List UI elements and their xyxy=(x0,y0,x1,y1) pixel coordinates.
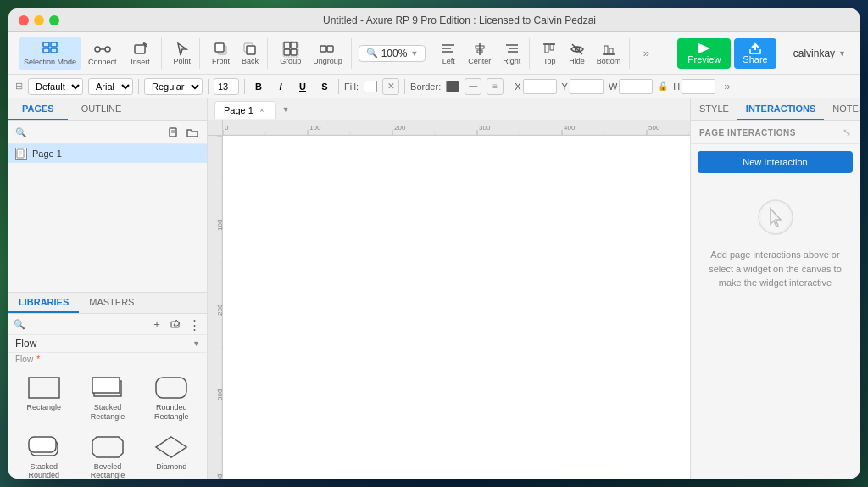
widget-stacked-rectangle[interactable]: Stacked Rectangle xyxy=(77,371,137,427)
library-dropdown[interactable]: Flow ▼ xyxy=(8,335,207,353)
svg-rect-2 xyxy=(43,48,49,53)
toolbar-divider-3 xyxy=(244,79,245,94)
interactions-tab[interactable]: INTERACTIONS xyxy=(737,98,825,120)
app-window: Untitled - Axure RP 9 Pro Edition : Lice… xyxy=(8,8,860,479)
library-name: Flow xyxy=(15,338,36,350)
diamond-shape xyxy=(154,435,188,459)
align-bottom-button[interactable]: Bottom xyxy=(592,38,626,69)
canvas-wrapper[interactable]: 0 100 200 300 400 500 600 xyxy=(208,120,690,479)
x-label: X xyxy=(515,81,520,92)
center-label: Center xyxy=(468,57,491,65)
font-family-select[interactable]: Arial xyxy=(88,78,133,95)
pages-search-input[interactable] xyxy=(31,127,163,137)
more-format-icon[interactable]: » xyxy=(724,80,730,92)
right-label: Right xyxy=(503,57,520,65)
widget-grid: Rectangle Stacked Rectangle xyxy=(8,366,207,479)
x-input[interactable] xyxy=(523,79,557,94)
connect-button[interactable]: Connect xyxy=(83,37,122,70)
align-center-button[interactable]: Center xyxy=(463,38,496,69)
canvas-content[interactable] xyxy=(223,136,690,479)
hide-button[interactable]: Hide xyxy=(564,38,590,69)
widget-diamond[interactable]: Diamond xyxy=(142,430,202,479)
libraries-tab[interactable]: LIBRARIES xyxy=(8,293,79,313)
insert-button[interactable]: Insert xyxy=(124,37,158,70)
page1-tab[interactable]: Page 1 × xyxy=(214,101,276,119)
svg-marker-56 xyxy=(156,437,186,457)
back-button[interactable]: Back xyxy=(236,38,264,69)
page-tab-bar: Page 1 × ▼ xyxy=(208,98,690,120)
pages-tab[interactable]: PAGES xyxy=(8,98,68,120)
strikethrough-button[interactable]: S xyxy=(316,78,333,95)
svg-text:500: 500 xyxy=(648,124,660,132)
edit-library-button[interactable] xyxy=(168,316,183,332)
lock-aspect-icon[interactable]: 🔒 xyxy=(658,81,668,91)
horizontal-ruler: 0 100 200 300 400 500 600 xyxy=(223,120,690,136)
style-select[interactable]: Default xyxy=(28,78,83,95)
style-format-icon: ⊞ xyxy=(15,81,23,92)
front-button[interactable]: Front xyxy=(207,38,235,69)
y-input[interactable] xyxy=(570,79,604,94)
font-weight-select[interactable]: Regular xyxy=(144,78,203,95)
maximize-button[interactable] xyxy=(49,15,59,25)
align-right-button[interactable]: Right xyxy=(498,38,526,69)
w-label: W xyxy=(609,81,617,92)
user-name: calvinkay xyxy=(793,48,835,59)
toolbar-group-group: Group Ungroup xyxy=(271,38,352,69)
border-style-button[interactable]: — xyxy=(465,78,481,95)
toolbar-divider-1 xyxy=(138,79,139,94)
add-library-button[interactable]: + xyxy=(149,316,164,332)
selection-mode-button[interactable]: Selection Mode xyxy=(19,37,81,70)
ruler-corner xyxy=(208,120,223,136)
fill-none-button[interactable]: ✕ xyxy=(382,78,399,95)
w-input[interactable] xyxy=(619,79,653,94)
fill-color-swatch[interactable] xyxy=(364,81,377,92)
widget-rectangle[interactable]: Rectangle xyxy=(14,371,74,427)
user-menu[interactable]: calvinkay ▼ xyxy=(787,44,853,63)
h-input[interactable] xyxy=(682,79,715,94)
share-button[interactable]: Share xyxy=(734,38,776,69)
align-top-button[interactable]: Top xyxy=(537,38,562,69)
page-tab-dropdown-icon[interactable]: ▼ xyxy=(280,104,292,115)
page1-tab-close-icon[interactable]: × xyxy=(257,105,267,115)
widget-beveled-rectangle[interactable]: Beveled Rectangle xyxy=(77,430,137,479)
add-folder-button[interactable] xyxy=(185,125,200,140)
close-button[interactable] xyxy=(19,15,29,25)
more-tools-button[interactable]: » xyxy=(633,47,659,59)
expand-panel-icon[interactable]: ⤡ xyxy=(843,126,851,138)
new-interaction-button[interactable]: New Interaction xyxy=(698,151,853,173)
bold-button[interactable]: B xyxy=(250,78,267,95)
style-tab[interactable]: STYLE xyxy=(691,98,737,120)
widget-rounded-rectangle[interactable]: Rounded Rectangle xyxy=(142,371,202,427)
point-button[interactable]: Point xyxy=(169,38,197,69)
ungroup-icon xyxy=(320,42,335,57)
italic-button[interactable]: I xyxy=(272,78,289,95)
group-label: Group xyxy=(280,57,301,65)
svg-rect-21 xyxy=(320,46,326,52)
add-page-button[interactable] xyxy=(166,125,181,140)
preview-button[interactable]: Preview xyxy=(677,38,731,69)
border-color-swatch[interactable] xyxy=(446,81,459,92)
page1-item[interactable]: Page 1 xyxy=(8,144,207,163)
y-label: Y xyxy=(562,81,568,92)
more-library-button[interactable]: ⋮ xyxy=(186,316,202,332)
svg-line-36 xyxy=(572,44,582,54)
masters-tab[interactable]: MASTERS xyxy=(79,293,144,313)
minimize-button[interactable] xyxy=(34,15,44,25)
zoom-control[interactable]: 🔍 100% ▼ xyxy=(359,45,426,62)
point-icon xyxy=(175,42,190,57)
svg-rect-52 xyxy=(156,378,186,398)
outline-tab[interactable]: OUTLINE xyxy=(68,98,136,120)
widget-stacked-rounded[interactable]: Stacked Rounded xyxy=(14,430,74,479)
align-left-button[interactable]: Left xyxy=(436,38,461,69)
underline-button[interactable]: U xyxy=(294,78,311,95)
notes-tab[interactable]: NOTES xyxy=(824,98,860,120)
svg-point-4 xyxy=(95,47,100,52)
selection-mode-label: Selection Mode xyxy=(24,58,76,66)
svg-text:400: 400 xyxy=(216,473,223,479)
ungroup-button[interactable]: Ungroup xyxy=(308,38,348,69)
font-size-input[interactable] xyxy=(214,78,239,95)
selection-mode-icon xyxy=(42,41,58,58)
group-button[interactable]: Group xyxy=(275,38,306,69)
border-width-button[interactable]: ≡ xyxy=(487,78,504,95)
more-tools-icon: » xyxy=(643,47,649,59)
